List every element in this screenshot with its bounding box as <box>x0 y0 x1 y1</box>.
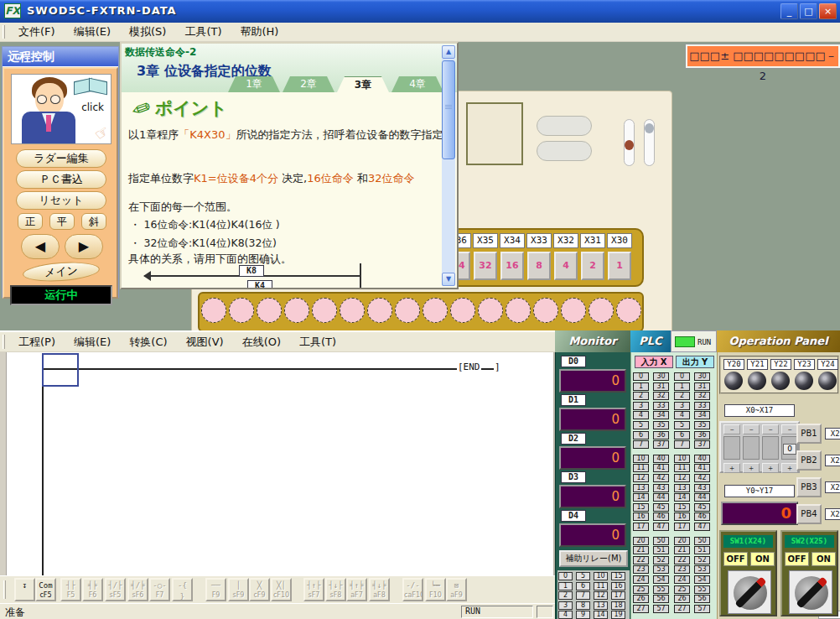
menu-item[interactable]: 在线(O) <box>233 333 290 351</box>
m-relay-cell[interactable]: 8 <box>576 601 590 610</box>
x-status-cell[interactable]: 37 <box>653 440 669 449</box>
y-status-cell[interactable]: 52 <box>694 556 710 564</box>
m-relay-cell[interactable]: 16 <box>611 582 625 590</box>
menu-item[interactable]: 模拟(S) <box>120 23 175 41</box>
m-relay-cell[interactable]: 2 <box>558 591 573 600</box>
m-relay-cell[interactable]: 3 <box>558 601 573 610</box>
y-status-cell[interactable]: 21 <box>674 546 690 554</box>
y-status-cell[interactable]: 22 <box>674 556 690 564</box>
y-status-cell[interactable]: 34 <box>694 411 710 419</box>
m-relay-cell[interactable]: 11 <box>594 582 608 590</box>
m-relay-cell[interactable]: 5 <box>576 572 590 580</box>
push-button-pb3[interactable]: PB3 <box>796 477 822 497</box>
y-status-cell[interactable]: 6 <box>674 431 690 440</box>
x-status-cell[interactable]: 1 <box>633 382 649 391</box>
digit-minus-button[interactable]: － <box>723 424 740 434</box>
push-button-pb4[interactable]: PB4 <box>796 504 822 524</box>
x-status-cell[interactable]: 51 <box>653 546 669 554</box>
m-relay-cell[interactable]: 13 <box>594 601 608 610</box>
y-status-cell[interactable]: 37 <box>694 440 710 449</box>
y-status-cell[interactable]: 41 <box>694 464 710 472</box>
y-status-cell[interactable]: 47 <box>694 523 710 531</box>
y-status-cell[interactable]: 1 <box>674 382 690 391</box>
x-status-cell[interactable]: 31 <box>653 382 669 391</box>
instructor-illustration[interactable]: click ☞ <box>11 74 111 144</box>
y-status-cell[interactable]: 10 <box>674 455 690 463</box>
y-status-cell[interactable]: 42 <box>694 474 710 482</box>
x-status-cell[interactable]: 52 <box>653 556 669 564</box>
x-input-button[interactable]: 1 <box>608 252 631 280</box>
x-status-cell[interactable]: 7 <box>633 440 649 449</box>
menu-item[interactable]: 编辑(E) <box>65 333 120 351</box>
digit-plus-button[interactable]: ＋ <box>762 463 779 473</box>
y-status-cell[interactable]: 31 <box>694 382 710 391</box>
tab-chapter[interactable]: 1章 <box>228 76 280 92</box>
tab-chapter[interactable]: 4章 <box>391 76 443 92</box>
scroll-thumb[interactable] <box>442 60 455 159</box>
x-status-cell[interactable]: 54 <box>653 575 669 584</box>
rotary-switch[interactable] <box>728 570 771 614</box>
rotary-switch[interactable] <box>789 570 832 614</box>
x-status-cell[interactable]: 36 <box>653 431 669 440</box>
x-status-cell[interactable]: 57 <box>653 605 669 613</box>
main-button[interactable]: メイン <box>22 260 100 283</box>
y-status-cell[interactable]: 14 <box>674 493 690 502</box>
y-status-cell[interactable]: 24 <box>674 575 690 584</box>
m-relay-cell[interactable]: 19 <box>611 611 625 619</box>
x-status-cell[interactable]: 17 <box>633 523 649 531</box>
y-status-cell[interactable]: 53 <box>694 565 710 574</box>
y-status-cell[interactable]: 55 <box>694 585 710 594</box>
y-status-cell[interactable]: 7 <box>674 440 690 449</box>
title-bar[interactable]: FX SWOD5C-FXTRN-DATA _ □ × <box>0 0 840 23</box>
view-front-button[interactable]: 正 <box>18 213 43 230</box>
prev-button[interactable]: ◀ <box>21 234 60 259</box>
y-status-cell[interactable]: 26 <box>674 595 690 603</box>
y-status-cell[interactable]: 15 <box>674 503 690 512</box>
x-status-cell[interactable]: 22 <box>633 556 649 564</box>
y-status-cell[interactable]: 40 <box>694 455 710 463</box>
y-status-cell[interactable]: 3 <box>674 402 690 410</box>
y-status-cell[interactable]: 50 <box>694 537 710 545</box>
tab-chapter[interactable]: 3章 <box>337 76 389 92</box>
m-relay-cell[interactable]: 6 <box>576 582 590 590</box>
y-status-cell[interactable]: 27 <box>674 605 690 613</box>
x-status-cell[interactable]: 16 <box>633 512 649 521</box>
x-status-cell[interactable]: 13 <box>633 484 649 492</box>
ladder-cursor-cell[interactable] <box>42 353 79 387</box>
x-status-cell[interactable]: 47 <box>653 523 669 531</box>
x-status-cell[interactable]: 21 <box>633 546 649 554</box>
x-status-cell[interactable]: 0 <box>633 372 649 381</box>
tab-chapter[interactable]: 2章 <box>283 76 334 92</box>
y-status-cell[interactable]: 36 <box>694 431 710 440</box>
x-status-cell[interactable]: 55 <box>653 585 669 594</box>
m-relay-cell[interactable]: 9 <box>576 611 590 619</box>
toolbar-insert-mode-button[interactable]: ↧ <box>14 578 35 601</box>
x-status-cell[interactable]: 5 <box>633 421 649 429</box>
x-status-cell[interactable]: 50 <box>653 537 669 545</box>
ladder-edit-button[interactable]: ラダー編集 <box>16 149 106 168</box>
m-relay-cell[interactable]: 4 <box>558 611 573 619</box>
x-status-cell[interactable]: 35 <box>653 421 669 429</box>
digit-minus-button[interactable]: － <box>743 424 760 434</box>
scroll-up-button[interactable]: ▲ <box>442 45 455 59</box>
menu-item[interactable]: 工具(T) <box>290 333 345 351</box>
y-status-cell[interactable]: 35 <box>694 421 710 429</box>
x-status-cell[interactable]: 3 <box>633 402 649 410</box>
y-status-cell[interactable]: 25 <box>674 585 690 594</box>
x-status-cell[interactable]: 34 <box>653 411 669 419</box>
digit-plus-button[interactable]: ＋ <box>743 463 760 473</box>
x-input-button[interactable]: 4 <box>554 252 578 280</box>
x-status-cell[interactable]: 45 <box>653 503 669 512</box>
y-status-cell[interactable]: 23 <box>674 565 690 574</box>
y-status-cell[interactable]: 54 <box>694 575 710 584</box>
toolbar-comment-button[interactable]: ComcF5 <box>35 578 56 601</box>
push-button-pb2[interactable]: PB2 <box>796 450 822 471</box>
m-relay-cell[interactable]: 15 <box>611 572 625 580</box>
x-status-cell[interactable]: 44 <box>653 493 669 502</box>
x-status-cell[interactable]: 10 <box>633 455 649 463</box>
menu-item[interactable]: 帮助(H) <box>231 23 288 41</box>
x-status-cell[interactable]: 11 <box>633 464 649 472</box>
y-status-cell[interactable]: 5 <box>674 421 690 429</box>
close-button[interactable]: × <box>819 3 837 19</box>
x-status-cell[interactable]: 25 <box>633 585 649 594</box>
